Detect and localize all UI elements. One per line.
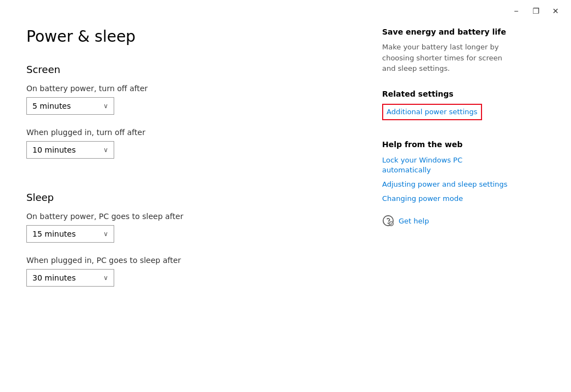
related-settings-title: Related settings xyxy=(382,89,510,98)
sleep-plugged-dropdown[interactable]: 30 minutes ∨ xyxy=(26,269,114,287)
screen-battery-value: 5 minutes xyxy=(32,102,71,110)
title-bar: − ❐ ✕ xyxy=(0,0,571,22)
sleep-battery-label: On battery power, PC goes to sleep after xyxy=(26,212,356,221)
related-settings-section: Related settings Additional power settin… xyxy=(382,89,510,125)
energy-section: Save energy and battery life Make your b… xyxy=(382,27,510,74)
svg-point-1 xyxy=(388,223,389,224)
page-title: Power & sleep xyxy=(26,27,356,46)
energy-title: Save energy and battery life xyxy=(382,27,510,36)
content-area: Power & sleep Screen On battery power, t… xyxy=(0,22,571,300)
svg-point-2 xyxy=(389,222,393,226)
screen-battery-dropdown[interactable]: 5 minutes ∨ xyxy=(26,97,114,115)
sleep-plugged-value: 30 minutes xyxy=(32,273,76,282)
screen-plugged-chevron-icon: ∨ xyxy=(103,146,108,154)
restore-button[interactable]: ❐ xyxy=(527,4,545,18)
screen-battery-chevron-icon: ∨ xyxy=(103,102,108,110)
get-help-row: Get help xyxy=(382,215,510,227)
sleep-battery-dropdown[interactable]: 15 minutes ∨ xyxy=(26,225,114,243)
screen-plugged-label: When plugged in, turn off after xyxy=(26,128,356,137)
get-help-icon xyxy=(382,215,394,227)
sleep-battery-chevron-icon: ∨ xyxy=(103,230,108,238)
help-section: Help from the web Lock your Windows PC a… xyxy=(382,140,510,227)
adjusting-power-link[interactable]: Adjusting power and sleep settings xyxy=(382,180,510,189)
minimize-button[interactable]: − xyxy=(507,4,525,18)
help-title: Help from the web xyxy=(382,140,510,149)
changing-power-mode-link[interactable]: Changing power mode xyxy=(382,194,510,204)
screen-section-title: Screen xyxy=(26,64,356,75)
sidebar-panel: Save energy and battery life Make your b… xyxy=(356,27,510,300)
sleep-plugged-label: When plugged in, PC goes to sleep after xyxy=(26,256,356,265)
close-button[interactable]: ✕ xyxy=(547,4,564,18)
sleep-section-title: Sleep xyxy=(26,192,356,203)
lock-pc-link[interactable]: Lock your Windows PC automatically xyxy=(382,155,510,175)
sleep-plugged-chevron-icon: ∨ xyxy=(103,274,108,282)
screen-plugged-dropdown[interactable]: 10 minutes ∨ xyxy=(26,141,114,159)
screen-plugged-value: 10 minutes xyxy=(32,145,76,154)
additional-power-settings-link[interactable]: Additional power settings xyxy=(382,104,482,120)
energy-description: Make your battery last longer by choosin… xyxy=(382,42,510,74)
get-help-link[interactable]: Get help xyxy=(399,217,429,225)
sleep-section: Sleep On battery power, PC goes to sleep… xyxy=(26,192,356,287)
screen-battery-label: On battery power, turn off after xyxy=(26,84,356,93)
sleep-battery-value: 15 minutes xyxy=(32,229,76,238)
main-panel: Power & sleep Screen On battery power, t… xyxy=(26,27,356,300)
